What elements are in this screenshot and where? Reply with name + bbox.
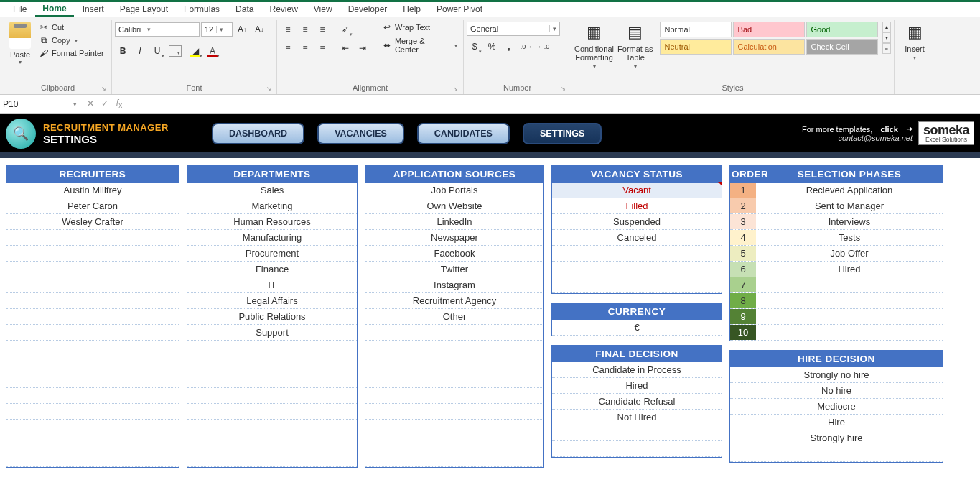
table-row[interactable]: Job Portals <box>365 183 543 198</box>
increase-indent-button[interactable]: ⇥ <box>355 40 370 56</box>
table-row[interactable] <box>365 356 543 372</box>
table-row[interactable]: Not Hired <box>552 410 722 425</box>
underline-button[interactable]: U <box>149 43 165 59</box>
table-row[interactable] <box>365 435 543 451</box>
table-row[interactable] <box>6 293 179 309</box>
table-row[interactable] <box>6 262 179 277</box>
table-row[interactable]: 8 <box>730 293 943 309</box>
table-row[interactable] <box>187 372 357 388</box>
number-launcher-icon[interactable]: ↘ <box>559 86 566 93</box>
departments-list[interactable]: SalesMarketingHuman ResourcesManufacturi… <box>187 183 357 467</box>
table-row[interactable]: Canceled <box>552 230 722 246</box>
menu-data[interactable]: Data <box>228 3 261 16</box>
table-row[interactable]: Filled <box>552 198 722 214</box>
table-row[interactable] <box>365 341 543 356</box>
table-row[interactable] <box>730 446 943 462</box>
menu-page-layout[interactable]: Page Layout <box>113 3 175 16</box>
table-row[interactable] <box>365 372 543 388</box>
copy-button[interactable]: ⧉Copy▾ <box>36 34 107 46</box>
align-right-button[interactable]: ≡ <box>314 40 330 56</box>
percent-format-button[interactable]: % <box>484 39 500 55</box>
style-good[interactable]: Good <box>806 22 878 37</box>
accounting-format-button[interactable]: $ <box>467 39 482 55</box>
style-neutral[interactable]: Neutral <box>660 39 732 55</box>
increase-font-button[interactable]: A↑ <box>234 22 250 37</box>
decrease-font-button[interactable]: A↓ <box>251 22 267 37</box>
decrease-indent-button[interactable]: ⇤ <box>337 40 353 56</box>
table-row[interactable] <box>6 388 179 404</box>
table-row[interactable]: Marketing <box>187 198 357 214</box>
table-row[interactable]: Recruitment Agency <box>365 293 543 309</box>
font-launcher-icon[interactable]: ↘ <box>265 86 272 93</box>
merge-center-button[interactable]: ⬌Merge & Center▾ <box>379 36 460 55</box>
table-row[interactable]: No hire <box>730 383 943 399</box>
table-row[interactable]: Sales <box>187 183 357 198</box>
hire-list[interactable]: Strongly no hireNo hireMediocreHireStron… <box>730 367 943 462</box>
table-row[interactable]: Manufacturing <box>187 230 357 246</box>
table-row[interactable] <box>365 404 543 420</box>
table-row[interactable] <box>552 262 722 277</box>
nav-vacancies-button[interactable]: VACANCIES <box>317 123 404 144</box>
table-row[interactable] <box>552 425 722 441</box>
table-row[interactable] <box>365 325 543 341</box>
increase-decimal-button[interactable]: .0→ <box>518 39 534 55</box>
menu-home[interactable]: Home <box>35 2 73 17</box>
table-row[interactable] <box>365 451 543 467</box>
table-row[interactable] <box>187 404 357 420</box>
table-row[interactable]: 9 <box>730 309 943 325</box>
table-row[interactable]: Facebook <box>365 246 543 262</box>
alignment-launcher-icon[interactable]: ↘ <box>452 86 459 93</box>
phases-list[interactable]: 1Recieved Application2Sent to Manager3In… <box>730 183 943 341</box>
accept-formula-icon[interactable]: ✓ <box>99 98 111 109</box>
table-row[interactable]: Strongly hire <box>730 430 943 446</box>
table-row[interactable] <box>552 277 722 293</box>
recruiters-list[interactable]: Austin MillfreyPeter CaronWesley Crafter <box>6 183 179 467</box>
cut-button[interactable]: ✂Cut <box>36 22 107 33</box>
align-bottom-button[interactable]: ≡ <box>314 22 330 37</box>
align-center-button[interactable]: ≡ <box>297 40 313 56</box>
table-row[interactable]: 5Job Offer <box>730 246 943 262</box>
table-row[interactable] <box>6 420 179 435</box>
table-row[interactable] <box>6 341 179 356</box>
borders-button[interactable] <box>169 45 182 57</box>
nav-dashboard-button[interactable]: DASHBOARD <box>212 123 304 144</box>
format-painter-button[interactable]: 🖌Format Painter <box>36 47 107 59</box>
insert-cells-button[interactable]: ▦Insert▾ <box>897 22 932 61</box>
style-check-cell[interactable]: Check Cell <box>806 39 878 55</box>
table-row[interactable]: IT <box>187 277 357 293</box>
menu-formulas[interactable]: Formulas <box>177 3 227 16</box>
name-box[interactable]: P10▾ <box>0 95 80 113</box>
more-templates-link[interactable]: click <box>880 125 897 134</box>
table-row[interactable]: € <box>552 320 722 336</box>
font-name-combo[interactable]: Calibri▾ <box>115 22 200 37</box>
nav-settings-button[interactable]: SETTINGS <box>523 123 602 144</box>
table-row[interactable]: Twitter <box>365 262 543 277</box>
align-middle-button[interactable]: ≡ <box>297 22 313 37</box>
style-gallery-scroll[interactable]: ▴▾≡ <box>882 22 891 54</box>
number-format-combo[interactable]: General▾ <box>467 22 560 36</box>
table-row[interactable] <box>6 356 179 372</box>
table-row[interactable]: Candidate in Process <box>552 362 722 378</box>
align-top-button[interactable]: ≡ <box>280 22 296 37</box>
nav-candidates-button[interactable]: CANDIDATES <box>417 123 510 144</box>
wrap-text-button[interactable]: ↩Wrap Text <box>379 22 460 33</box>
menu-view[interactable]: View <box>307 3 340 16</box>
comma-format-button[interactable]: , <box>501 39 517 55</box>
menu-file[interactable]: File <box>6 3 34 16</box>
table-row[interactable] <box>6 435 179 451</box>
table-row[interactable] <box>6 404 179 420</box>
format-as-table-button[interactable]: ▤Format as Table▾ <box>617 22 654 70</box>
table-row[interactable]: Suspended <box>552 214 722 230</box>
table-row[interactable]: Austin Millfrey <box>6 183 179 198</box>
table-row[interactable] <box>187 356 357 372</box>
table-row[interactable] <box>6 372 179 388</box>
table-row[interactable]: Newspaper <box>365 230 543 246</box>
table-row[interactable] <box>6 277 179 293</box>
table-row[interactable]: Strongly no hire <box>730 367 943 383</box>
table-row[interactable]: 7 <box>730 277 943 293</box>
table-row[interactable]: Public Relations <box>187 309 357 325</box>
status-list[interactable]: VacantFilledSuspendedCanceled <box>552 183 722 293</box>
table-row[interactable]: Peter Caron <box>6 198 179 214</box>
table-row[interactable]: Candidate Refusal <box>552 394 722 410</box>
table-row[interactable] <box>6 246 179 262</box>
